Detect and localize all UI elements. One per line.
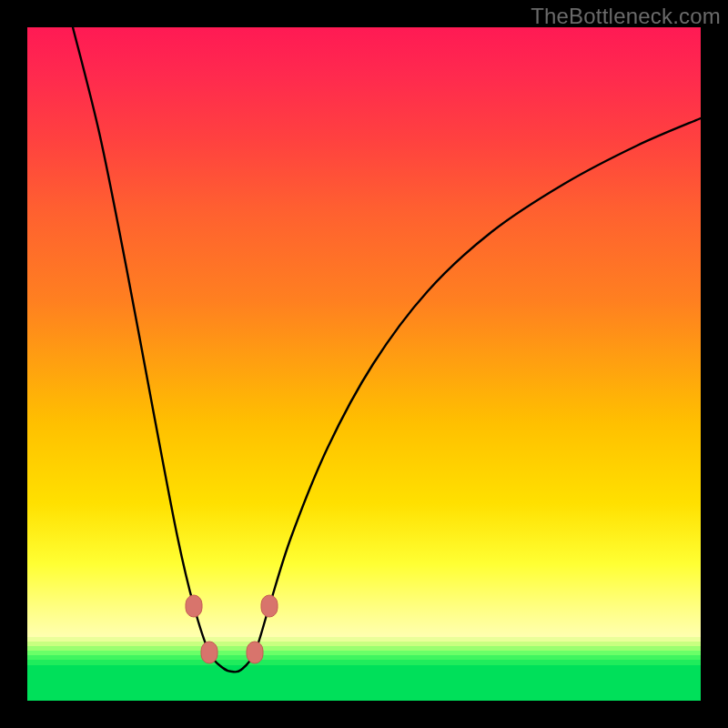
curve-layer	[27, 27, 701, 701]
curve-markers	[186, 595, 278, 663]
plot-area	[27, 27, 701, 701]
curve-marker-left-lower	[201, 642, 217, 663]
curve-marker-left-upper	[186, 595, 202, 617]
curve-marker-right-upper	[261, 595, 278, 617]
bottleneck-curve	[73, 27, 701, 672]
curve-marker-right-lower	[247, 642, 263, 663]
attribution-text: TheBottleneck.com	[531, 4, 721, 29]
